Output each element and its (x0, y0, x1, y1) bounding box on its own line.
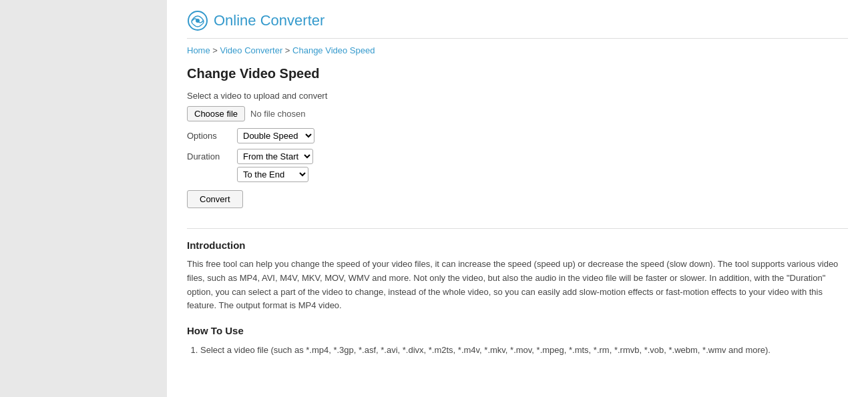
duration-from-row: Duration From the Start Custom Time (187, 149, 848, 164)
options-label: Options (187, 131, 237, 141)
breadcrumb-sep2: > (282, 45, 292, 55)
main-content: Online Converter Home > Video Converter … (167, 0, 868, 397)
convert-button[interactable]: Convert (187, 190, 243, 208)
convert-btn-wrapper: Convert (187, 190, 848, 222)
logo-text: Online Converter (214, 12, 324, 29)
introduction-title: Introduction (187, 240, 848, 251)
select-upload-label: Select a video to upload and convert (187, 91, 848, 101)
duration-from-dropdown[interactable]: From the Start Custom Time (237, 149, 313, 164)
options-dropdown[interactable]: Double Speed 1.5x Speed Half Speed Custo… (237, 128, 314, 143)
introduction-text: This free tool can help you change the s… (187, 258, 848, 313)
left-sidebar (0, 0, 167, 397)
breadcrumb-home[interactable]: Home (187, 45, 210, 55)
breadcrumb-video-converter[interactable]: Video Converter (220, 45, 283, 55)
breadcrumb-sep1: > (210, 45, 220, 55)
duration-label: Duration (187, 151, 237, 161)
choose-file-button[interactable]: Choose file (187, 106, 245, 121)
how-to-list: Select a video file (such as *.mp4, *.3g… (187, 343, 848, 358)
divider (187, 228, 848, 229)
duration-to-row: To the End Custom Time (237, 167, 848, 182)
breadcrumb-change-video-speed[interactable]: Change Video Speed (292, 45, 375, 55)
duration-to-dropdown[interactable]: To the End Custom Time (237, 167, 308, 182)
no-file-text: No file chosen (250, 109, 305, 119)
options-row: Options Double Speed 1.5x Speed Half Spe… (187, 128, 848, 143)
how-to-step-1: Select a video file (such as *.mp4, *.3g… (200, 343, 848, 358)
page-title: Change Video Speed (187, 66, 848, 81)
svg-point-1 (196, 19, 200, 23)
logo-icon (187, 10, 208, 31)
how-to-use-title: How To Use (187, 325, 848, 336)
logo-row: Online Converter (187, 10, 848, 39)
file-chooser-row: Choose file No file chosen (187, 106, 848, 121)
breadcrumb: Home > Video Converter > Change Video Sp… (187, 45, 848, 55)
